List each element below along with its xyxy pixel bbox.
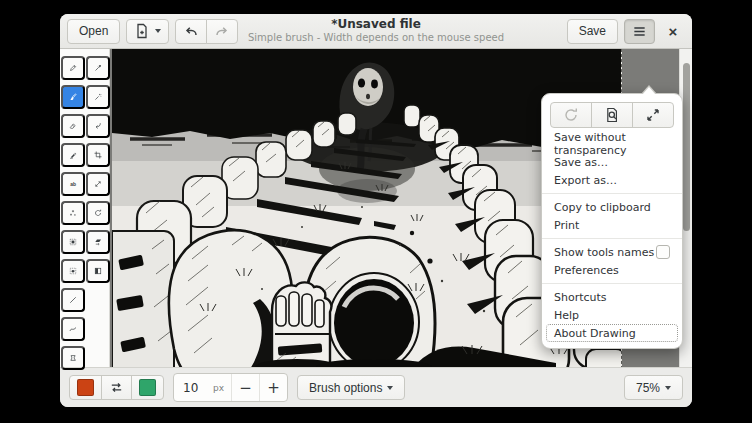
fullscreen-icon <box>645 107 661 123</box>
chevron-down-icon <box>665 386 671 390</box>
tool-eraser[interactable] <box>61 114 85 138</box>
new-image-menu-button[interactable] <box>126 19 169 44</box>
shape-icon <box>69 350 77 366</box>
skew-icon <box>94 234 102 250</box>
menu-item-shortcuts[interactable]: Shortcuts <box>542 288 682 306</box>
tools-sidebar: ab <box>60 49 110 367</box>
window-title: *Unsaved file <box>331 18 421 32</box>
brush-icon <box>69 89 77 105</box>
tool-rect-select[interactable] <box>61 230 85 254</box>
reload-button[interactable] <box>550 102 592 128</box>
undo-button[interactable] <box>175 19 207 44</box>
points-icon <box>69 205 77 221</box>
menu-icon-row <box>550 102 674 128</box>
menu-item-label: Help <box>554 309 579 322</box>
zoom-level-button[interactable]: 75% <box>624 375 683 400</box>
drawing-app-window: *Unsaved file Simple brush - Width depen… <box>60 14 692 407</box>
window-body: ab <box>60 49 692 367</box>
menu-item-copy-to-clipboard[interactable]: Copy to clipboard <box>542 198 682 216</box>
undo-icon <box>183 23 199 39</box>
show-tools-names-checkbox[interactable] <box>656 245 670 259</box>
close-icon: × <box>669 23 678 40</box>
image-properties-icon <box>604 107 620 123</box>
tool-crop[interactable] <box>86 143 110 167</box>
menu-item-label: Preferences <box>554 264 619 277</box>
menu-separator <box>542 193 682 194</box>
highlighter-icon <box>69 147 77 163</box>
menu-item-label: Save without transparency <box>554 131 670 157</box>
tool-free-select[interactable] <box>61 259 85 283</box>
menu-item-label: Print <box>554 219 579 232</box>
tool-highlighter[interactable] <box>61 143 85 167</box>
save-button-label: Save <box>579 24 606 38</box>
tool-line[interactable] <box>61 288 85 312</box>
headerbar: *Unsaved file Simple brush - Width depen… <box>60 14 692 49</box>
save-button[interactable]: Save <box>567 19 618 44</box>
tool-size-unit: px <box>213 383 231 393</box>
size-decrease-button[interactable]: − <box>231 374 259 401</box>
chevron-down-icon <box>387 386 393 390</box>
eyedropper-icon <box>94 60 102 76</box>
crop-icon <box>94 147 102 163</box>
tool-paint[interactable] <box>86 114 110 138</box>
filters-icon <box>94 263 102 279</box>
menu-separator <box>542 238 682 239</box>
size-increase-button[interactable]: + <box>259 374 287 401</box>
line-icon <box>69 292 77 308</box>
tool-color-picker[interactable] <box>86 56 110 80</box>
scrollbar-thumb[interactable] <box>683 63 690 231</box>
primary-color-button[interactable] <box>69 375 102 400</box>
brush-options-button[interactable]: Brush options <box>297 375 405 400</box>
popover-arrow <box>641 85 657 94</box>
redo-button[interactable] <box>206 19 238 44</box>
rect-select-icon <box>69 234 77 250</box>
tool-color-selection[interactable] <box>86 85 110 109</box>
secondary-color-swatch <box>139 379 156 396</box>
scale-icon <box>94 176 102 192</box>
image-properties-button[interactable] <box>591 102 633 128</box>
menu-item-preferences[interactable]: Preferences <box>542 261 682 279</box>
swap-colors-icon <box>109 380 124 395</box>
tool-brush[interactable] <box>61 85 85 109</box>
close-button[interactable]: × <box>661 19 685 43</box>
tool-scale[interactable] <box>86 172 110 196</box>
menu-item-about-drawing[interactable]: About Drawing <box>546 324 678 342</box>
brush-options-label: Brush options <box>309 381 382 395</box>
swap-colors-button[interactable] <box>101 375 132 400</box>
hamburger-icon <box>632 24 647 39</box>
pencil-icon <box>69 60 77 76</box>
menu-item-help[interactable]: Help <box>542 306 682 324</box>
menu-item-show-tools-names[interactable]: Show tools names <box>542 243 682 261</box>
tool-skew[interactable] <box>86 230 110 254</box>
menu-item-export-as[interactable]: Export as… <box>542 171 682 189</box>
chevron-down-icon <box>155 29 161 33</box>
tool-filters[interactable] <box>86 259 110 283</box>
menu-separator <box>542 283 682 284</box>
menu-item-save-without-transparency[interactable]: Save without transparency <box>542 135 682 153</box>
curve-icon <box>69 321 77 337</box>
primary-color-swatch <box>77 379 94 396</box>
rotate-icon <box>94 205 102 221</box>
tool-shape[interactable] <box>61 346 85 370</box>
main-menu-popover: Save without transparency Save as… Expor… <box>541 93 683 349</box>
tool-text[interactable]: ab <box>61 172 85 196</box>
svg-text:ab: ab <box>70 180 76 186</box>
tool-points[interactable] <box>61 201 85 225</box>
secondary-color-button[interactable] <box>131 375 164 400</box>
fullscreen-button[interactable] <box>632 102 674 128</box>
tool-pencil[interactable] <box>61 56 85 80</box>
menu-item-label: Export as… <box>554 174 617 187</box>
tool-size-value[interactable]: 10 <box>174 381 213 395</box>
open-button[interactable]: Open <box>67 19 120 44</box>
tool-rotate[interactable] <box>86 201 110 225</box>
tool-curve[interactable] <box>61 317 85 341</box>
main-menu-button[interactable] <box>624 19 655 44</box>
menu-item-print[interactable]: Print <box>542 216 682 234</box>
open-button-label: Open <box>79 24 108 38</box>
menu-item-label: Show tools names <box>554 246 654 259</box>
reload-icon <box>563 107 579 123</box>
window-subtitle: Simple brush - Width depends on the mous… <box>248 32 504 44</box>
menu-item-label: About Drawing <box>554 327 636 340</box>
eraser-icon <box>69 118 77 134</box>
free-select-icon <box>69 263 77 279</box>
